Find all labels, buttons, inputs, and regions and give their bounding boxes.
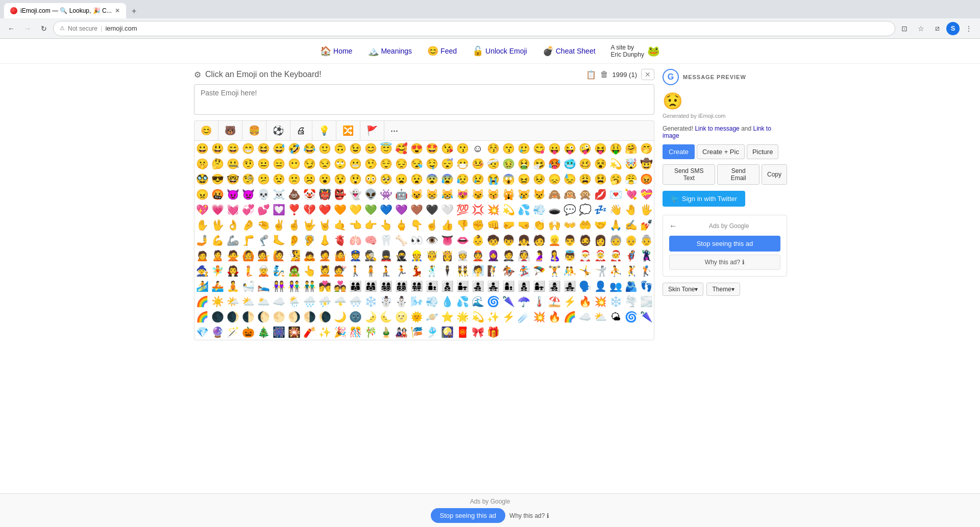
emoji-cell[interactable]: 🧏 xyxy=(286,248,302,263)
emoji-cell[interactable]: 🤖 xyxy=(394,187,409,202)
emoji-cell[interactable]: 😲 xyxy=(348,171,363,187)
emoji-cell[interactable]: 🪐 xyxy=(424,309,439,324)
emoji-cell[interactable]: 🦸 xyxy=(623,248,639,263)
emoji-cell[interactable]: ⛈️ xyxy=(317,294,332,309)
emoji-cell[interactable]: 🌨️ xyxy=(348,294,363,309)
emoji-cell[interactable]: ✍️ xyxy=(623,217,639,233)
twitter-signin-button[interactable]: 🐦 Sign in with Twitter xyxy=(663,191,745,207)
emoji-cell[interactable]: 💓 xyxy=(225,202,240,217)
emoji-cell[interactable]: 🏋️ xyxy=(547,263,562,279)
emoji-cell[interactable]: ❤️ xyxy=(317,202,332,217)
tab-smileys[interactable]: 😊 xyxy=(194,121,218,140)
emoji-cell[interactable]: 👦 xyxy=(501,233,516,248)
emoji-cell[interactable]: 🤴 xyxy=(424,248,439,263)
emoji-cell[interactable]: 😡 xyxy=(639,171,654,187)
tab-more[interactable]: ··· xyxy=(384,121,404,140)
emoji-cell[interactable]: 🪄 xyxy=(225,324,240,340)
tab-activities[interactable]: ⚽ xyxy=(266,121,290,140)
emoji-cell[interactable]: 💙 xyxy=(378,202,394,217)
emoji-cell[interactable]: 👧 xyxy=(516,233,531,248)
emoji-cell[interactable]: 😥 xyxy=(455,171,470,187)
emoji-cell[interactable]: 🤺 xyxy=(593,263,608,279)
profile-button[interactable]: S xyxy=(946,22,960,35)
send-email-button[interactable]: Send Email xyxy=(717,164,760,185)
emoji-cell[interactable]: 🤓 xyxy=(225,171,240,187)
emoji-cell[interactable]: 😍 xyxy=(409,141,424,156)
emoji-cell[interactable]: 👩‍👧‍👧 xyxy=(562,279,577,294)
link-to-message[interactable]: Link to message xyxy=(695,125,739,132)
emoji-cell[interactable]: 😹 xyxy=(439,187,455,202)
emoji-cell[interactable]: 🌊 xyxy=(470,294,485,309)
emoji-cell[interactable]: 👀 xyxy=(409,233,424,248)
emoji-cell[interactable]: 🕴️ xyxy=(439,263,455,279)
emoji-cell[interactable]: 🎋 xyxy=(363,324,378,340)
emoji-cell[interactable]: 👹 xyxy=(317,187,332,202)
emoji-cell[interactable]: 🙂 xyxy=(317,141,332,156)
emoji-cell[interactable]: ☠️ xyxy=(271,187,286,202)
emoji-cell[interactable]: ✋ xyxy=(194,217,210,233)
emoji-cell[interactable]: 😰 xyxy=(439,171,455,187)
emoji-cell[interactable]: 🤑 xyxy=(608,141,623,156)
emoji-cell[interactable]: ☁️ xyxy=(577,309,593,324)
emoji-cell[interactable]: 😱 xyxy=(501,171,516,187)
emoji-cell[interactable]: 🌑 xyxy=(210,309,225,324)
emoji-cell[interactable]: 😁 xyxy=(240,141,256,156)
emoji-cell[interactable]: 💢 xyxy=(470,202,485,217)
nav-unlock-emoji[interactable]: 🔓 Unlock Emoji xyxy=(472,45,527,57)
emoji-cell[interactable]: 🕳️ xyxy=(547,202,562,217)
emoji-cell[interactable]: 🤡 xyxy=(302,187,317,202)
emoji-cell[interactable]: 👆 xyxy=(378,217,394,233)
emoji-cell[interactable]: 💆 xyxy=(317,263,332,279)
emoji-cell[interactable]: 👨‍👩‍👦‍👦 xyxy=(394,279,409,294)
back-button[interactable]: ← xyxy=(4,21,18,36)
emoji-cell[interactable]: 😏 xyxy=(302,156,317,171)
emoji-cell[interactable]: 😢 xyxy=(470,171,485,187)
emoji-cell[interactable]: 🦻 xyxy=(302,233,317,248)
emoji-cell[interactable]: 🌝 xyxy=(394,309,409,324)
emoji-cell[interactable]: 🧑‍🎄 xyxy=(608,248,623,263)
emoji-cell[interactable]: 🥰 xyxy=(394,141,409,156)
emoji-cell[interactable]: 😽 xyxy=(485,187,501,202)
emoji-cell[interactable]: 💩 xyxy=(286,187,302,202)
emoji-cell[interactable]: 🕺 xyxy=(424,263,439,279)
emoji-cell[interactable]: 🌂 xyxy=(639,309,654,324)
emoji-cell[interactable]: 🏃 xyxy=(394,263,409,279)
emoji-cell[interactable]: 🙆 xyxy=(240,248,256,263)
gear-button[interactable]: ⚙ xyxy=(194,70,201,80)
emoji-cell[interactable]: 👩‍👦 xyxy=(501,279,516,294)
copy-emoji-button[interactable]: 📋 xyxy=(586,70,596,80)
emoji-cell[interactable]: 🙄 xyxy=(332,156,348,171)
emoji-cell[interactable]: 🎆 xyxy=(271,324,286,340)
emoji-cell[interactable]: 👩‍👧‍👦 xyxy=(547,279,562,294)
emoji-cell[interactable]: 🤳 xyxy=(194,233,210,248)
emoji-cell[interactable]: 😎 xyxy=(210,171,225,187)
emoji-cell[interactable]: ❣️ xyxy=(286,202,302,217)
emoji-cell[interactable]: 🌛 xyxy=(363,309,378,324)
emoji-cell[interactable]: 🙀 xyxy=(501,187,516,202)
emoji-cell[interactable]: 🌥️ xyxy=(256,294,271,309)
emoji-cell[interactable]: 🎑 xyxy=(439,324,455,340)
create-button[interactable]: Create xyxy=(663,144,695,159)
emoji-cell[interactable]: 🗣️ xyxy=(577,279,593,294)
emoji-cell[interactable]: 🤞 xyxy=(286,217,302,233)
emoji-cell[interactable]: 🧒 xyxy=(485,233,501,248)
menu-button[interactable]: ⋮ xyxy=(962,21,976,36)
emoji-cell[interactable]: 🔮 xyxy=(210,324,225,340)
emoji-cell[interactable]: 👏 xyxy=(531,217,547,233)
emoji-cell[interactable]: 🤵 xyxy=(501,248,516,263)
emoji-cell[interactable]: 🙍 xyxy=(194,248,210,263)
emoji-cell[interactable]: 💭 xyxy=(577,202,593,217)
emoji-cell[interactable]: 🧛 xyxy=(225,263,240,279)
emoji-cell[interactable]: ☹️ xyxy=(302,171,317,187)
emoji-cell[interactable]: 🥶 xyxy=(562,156,577,171)
emoji-cell[interactable]: 🚣 xyxy=(210,279,225,294)
emoji-cell[interactable]: 🤒 xyxy=(470,156,485,171)
send-sms-button[interactable]: Send SMS Text xyxy=(663,164,715,185)
emoji-cell[interactable]: 👨‍👦‍👦 xyxy=(439,279,455,294)
tab-travel[interactable]: 🔀 xyxy=(336,121,360,140)
emoji-cell[interactable]: 💛 xyxy=(348,202,363,217)
emoji-cell[interactable]: 😚 xyxy=(485,141,501,156)
emoji-cell[interactable]: 🤜 xyxy=(516,217,531,233)
emoji-cell[interactable]: 🦵 xyxy=(240,233,256,248)
tab-close-btn[interactable]: ✕ xyxy=(115,7,120,14)
